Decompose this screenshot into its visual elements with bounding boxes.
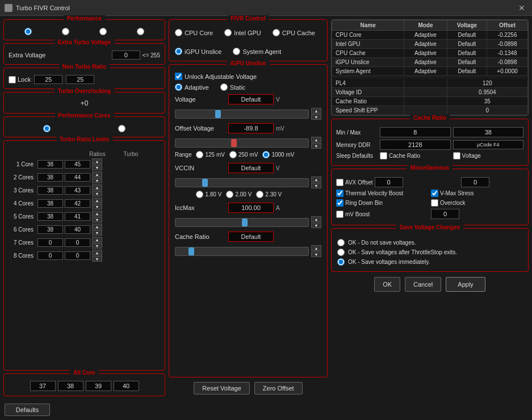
trl-down-1[interactable]: ▼ bbox=[92, 178, 102, 183]
vccin-range-230[interactable] bbox=[256, 191, 263, 198]
thermal-velocity-checkbox[interactable] bbox=[336, 190, 344, 197]
all-core-input-3[interactable] bbox=[114, 381, 139, 391]
trl-down-7[interactable]: ▼ bbox=[92, 256, 102, 262]
trl-up-6[interactable]: ▲ bbox=[92, 237, 102, 242]
trl-down-2[interactable]: ▼ bbox=[92, 191, 102, 196]
avx-offset-input2[interactable] bbox=[461, 177, 489, 187]
max-input[interactable] bbox=[453, 127, 523, 137]
defaults-button[interactable]: Defaults bbox=[5, 404, 50, 416]
range-125mv[interactable] bbox=[196, 151, 203, 158]
trl-up-5[interactable]: ▲ bbox=[92, 224, 102, 229]
non-turbo-val2[interactable] bbox=[66, 75, 94, 84]
perf-cores-radio-0[interactable] bbox=[43, 125, 51, 132]
vccin-range-200[interactable] bbox=[226, 191, 233, 198]
vccin-range-180[interactable] bbox=[196, 191, 203, 198]
trl-ratios-input-1[interactable] bbox=[37, 173, 63, 182]
all-core-input-1[interactable] bbox=[58, 381, 83, 391]
vccin-slider[interactable] bbox=[175, 178, 309, 187]
all-core-input-2[interactable] bbox=[86, 381, 111, 391]
voltage-slider[interactable] bbox=[175, 110, 309, 119]
fivr-radio-intel-gpu[interactable] bbox=[224, 29, 232, 36]
zero-offset-button[interactable]: Zero Offset bbox=[254, 382, 303, 394]
trl-turbo-input-1[interactable] bbox=[65, 173, 90, 182]
cache-ratio-up-btn[interactable]: ▲ bbox=[311, 245, 321, 251]
perf-radio-3[interactable] bbox=[137, 28, 144, 35]
sleep-cache-ratio-checkbox[interactable] bbox=[380, 152, 387, 159]
trl-up-7[interactable]: ▲ bbox=[92, 250, 102, 255]
iccmax-up-btn[interactable]: ▲ bbox=[311, 216, 321, 222]
trl-ratios-input-5[interactable] bbox=[37, 225, 63, 234]
trl-ratios-input-6[interactable] bbox=[37, 238, 63, 247]
avx-offset-checkbox[interactable] bbox=[336, 179, 344, 186]
sleep-voltage-checkbox[interactable] bbox=[453, 152, 460, 159]
trl-turbo-input-5[interactable] bbox=[65, 225, 90, 234]
perf-radio-1[interactable] bbox=[62, 28, 69, 35]
voltage-up-btn[interactable]: ▲ bbox=[311, 108, 321, 114]
trl-up-0[interactable]: ▲ bbox=[92, 158, 102, 164]
extra-voltage-input[interactable] bbox=[112, 51, 140, 60]
offset-slider[interactable] bbox=[175, 138, 309, 148]
perf-radio-2[interactable] bbox=[99, 28, 107, 35]
perf-radio-0[interactable] bbox=[24, 28, 32, 35]
vccin-input[interactable] bbox=[228, 163, 274, 173]
range-250mv[interactable] bbox=[229, 151, 237, 158]
fivr-radio-igpu-unslice[interactable] bbox=[175, 48, 182, 55]
offset-down-btn[interactable]: ▼ bbox=[311, 143, 321, 149]
trl-up-3[interactable]: ▲ bbox=[92, 198, 102, 203]
trl-down-4[interactable]: ▼ bbox=[92, 217, 102, 222]
save-radio-1[interactable] bbox=[337, 249, 345, 256]
iccmax-slider[interactable] bbox=[175, 218, 309, 227]
ring-down-bin-checkbox[interactable] bbox=[336, 199, 344, 207]
mv-boost-input[interactable] bbox=[431, 209, 459, 219]
vccin-up-btn[interactable]: ▲ bbox=[311, 177, 321, 182]
memory-ddr-input[interactable] bbox=[380, 140, 450, 150]
trl-turbo-input-6[interactable] bbox=[65, 238, 90, 247]
cancel-button[interactable]: Cancel bbox=[405, 277, 441, 292]
mv-boost-checkbox[interactable] bbox=[336, 211, 344, 218]
trl-up-4[interactable]: ▲ bbox=[92, 211, 102, 216]
trl-down-5[interactable]: ▼ bbox=[92, 230, 102, 236]
trl-up-1[interactable]: ▲ bbox=[92, 171, 102, 177]
iccmax-down-btn[interactable]: ▼ bbox=[311, 222, 321, 228]
vccin-down-btn[interactable]: ▼ bbox=[311, 183, 321, 188]
iccmax-input[interactable] bbox=[228, 203, 274, 213]
cache-ratio-down-btn[interactable]: ▼ bbox=[311, 251, 321, 257]
cache-ratio-ctrl-input[interactable] bbox=[228, 232, 274, 242]
lock-checkbox[interactable] bbox=[9, 76, 16, 83]
voltage-down-btn[interactable]: ▼ bbox=[311, 114, 321, 120]
non-turbo-val1[interactable] bbox=[34, 75, 62, 84]
close-button[interactable]: ✕ bbox=[516, 2, 527, 14]
fivr-radio-cpu-cache[interactable] bbox=[273, 29, 280, 36]
v-max-stress-checkbox[interactable] bbox=[431, 190, 438, 197]
trl-ratios-input-2[interactable] bbox=[37, 186, 63, 195]
cache-ratio-slider[interactable] bbox=[175, 247, 309, 256]
trl-ratios-input-3[interactable] bbox=[37, 199, 63, 208]
unlock-checkbox[interactable] bbox=[175, 73, 182, 80]
voltage-input[interactable] bbox=[228, 94, 274, 104]
all-core-input-0[interactable] bbox=[30, 381, 56, 391]
trl-ratios-input-0[interactable] bbox=[37, 160, 63, 169]
fivr-radio-system-agent[interactable] bbox=[233, 48, 240, 55]
min-input[interactable] bbox=[380, 127, 450, 137]
trl-ratios-input-7[interactable] bbox=[37, 251, 63, 260]
trl-turbo-input-3[interactable] bbox=[65, 199, 90, 208]
offset-voltage-input[interactable] bbox=[228, 123, 274, 133]
overclock-checkbox[interactable] bbox=[431, 199, 438, 207]
fivr-radio-cpu-core[interactable] bbox=[175, 29, 182, 36]
trl-turbo-input-0[interactable] bbox=[65, 160, 90, 169]
save-radio-0[interactable] bbox=[337, 239, 345, 246]
static-radio[interactable] bbox=[220, 83, 228, 91]
trl-down-3[interactable]: ▼ bbox=[92, 204, 102, 209]
trl-down-6[interactable]: ▼ bbox=[92, 243, 102, 249]
ucode-input[interactable] bbox=[453, 140, 523, 149]
perf-cores-radio-1[interactable] bbox=[118, 125, 125, 132]
trl-down-0[interactable]: ▼ bbox=[92, 165, 102, 170]
trl-turbo-input-4[interactable] bbox=[65, 212, 90, 221]
trl-turbo-input-2[interactable] bbox=[65, 186, 90, 195]
offset-up-btn[interactable]: ▲ bbox=[311, 137, 321, 142]
apply-button[interactable]: Apply bbox=[446, 277, 485, 292]
trl-ratios-input-4[interactable] bbox=[37, 212, 63, 221]
avx-offset-input[interactable] bbox=[375, 177, 403, 187]
ok-button[interactable]: OK bbox=[374, 277, 400, 292]
trl-turbo-input-7[interactable] bbox=[65, 251, 90, 260]
